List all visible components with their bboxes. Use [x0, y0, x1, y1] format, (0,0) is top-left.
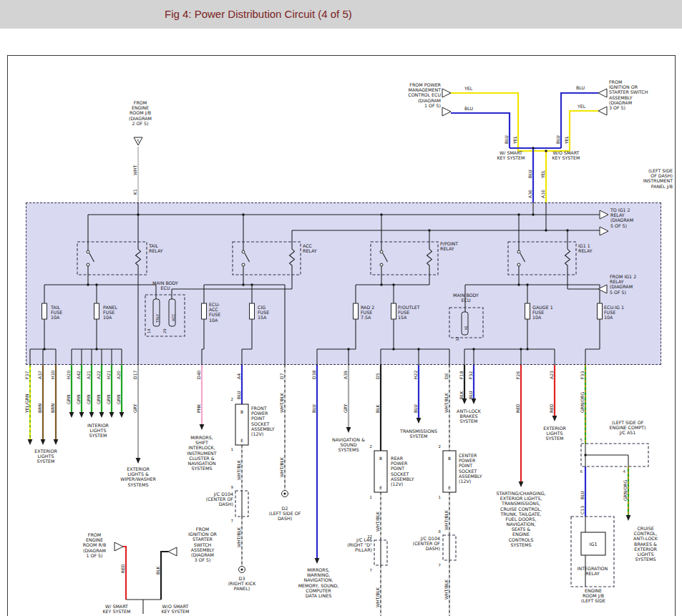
label-rear-power-point: REAR POWER POINT SOCKET ASSEMBLY (12V) — [391, 456, 427, 487]
label-ecu-acc-fuse: ECU- ACC FUSE 10A — [209, 302, 238, 323]
label-from-engine-room-jb: FROM ENGINE ROOM J/B (DIAGRAM 2 OF 5) — [118, 100, 162, 126]
label-yel: YEL — [464, 86, 472, 91]
label-exterior-lights-2: EXTERIOR LIGHTS SYSTEM — [530, 426, 579, 441]
label-gauge1-fuse: GAUGE 1 FUSE 10A — [532, 305, 564, 321]
label-nav-sound: NAVIGATION & SOUND SYSTEMS — [322, 437, 375, 453]
label-d2-ground: D2 (LEFT SIDE OF DASH) — [259, 506, 311, 522]
label-w-smart-key: W/ SMART KEY SYSTEM — [489, 150, 533, 160]
label-engine-room-jb-bottom: ENGINE ROOM J/B (LEFT SIDE — [570, 588, 616, 604]
wiring-diagram-page: Fig 4: Power Distribution Circuit (4 of … — [0, 0, 682, 616]
label-to-ig12-relay: TO IG1 2 RELAY (DIAGRAM 5 OF 5) — [610, 207, 648, 228]
label-poutlet-fuse: P/OUTLET FUSE 15A — [398, 305, 429, 321]
label-w-smart-bottom: W/ SMART KEY SYSTEM — [95, 604, 138, 614]
label-interior-lights: INTERIOR LIGHTS SYSTEM — [72, 423, 124, 439]
label-wo-smart-key: W/O SMART KEY SYSTEM — [543, 150, 589, 160]
label-ext-wiper-washer: EXTERIOR LIGHTS & WIPER/WASHER SYSTEMS — [109, 466, 167, 487]
label-ecu-ig1-fuse: ECU-IG 1 FUSE 10A — [604, 305, 635, 321]
label-main-body-ecu-2: MAIN BODY ECU — [444, 293, 487, 303]
label-yel: YEL — [578, 104, 585, 109]
label-cig-fuse: CIG FUSE 15A — [258, 305, 286, 321]
label-jc-d104-2: J/C D104 (CENTER OF DASH) — [403, 536, 440, 552]
label-front-power-point: FRONT POWER POINT SOCKET ASSEMBLY (12V) — [251, 406, 287, 436]
label-tail-fuse: TAIL FUSE 10A — [51, 305, 79, 321]
label-exterior-lights-1: EXTERIOR LIGHTS SYSTEM — [20, 449, 72, 464]
label-center-power-point: CENTER POWER POINT SOCKET ASSEMBLY (12V) — [459, 453, 495, 484]
label-acc-relay: ACC RELAY — [303, 243, 335, 253]
label-starting-charging: STARTING/CHARGING, EXTERIOR LIGHTS, TRAN… — [488, 491, 554, 547]
label-antilock-brakes: ANTI-LOCK BRAKES SYSTEM — [444, 409, 493, 424]
label-main-body-ecu-1: MAIN BODY ECU — [143, 280, 187, 290]
instrument-panel-jb-block — [26, 202, 661, 365]
label-cruise-control: CRUISE CONTROL, ANTI-LOCK BRAKES & EXTER… — [620, 526, 671, 562]
label-wo-smart-bottom: W/O SMART KEY SYSTEM — [152, 604, 198, 614]
label-ig11-relay: IG1 1 RELAY — [578, 243, 610, 253]
label-ppoint-relay: P/POINT RELAY — [440, 241, 472, 251]
label-transmissions: TRANSMISSIONS SYSTEM — [391, 429, 447, 439]
label-mirrors-warning: MIRRORS, WARNING, NAVIGATION, MEMORY, SO… — [289, 567, 348, 598]
label-instrument-panel-jb: (LEFT SIDE OF DASH) INSTRUMENT PANEL J/B — [614, 168, 673, 189]
label-from-power-mgmt-ecu: FROM POWER MANAGEMENT CONTROL ECU (DIAGR… — [396, 82, 441, 108]
label-d3-ground: D3 (RIGHT KICK PANEL) — [216, 576, 268, 592]
label-jc-a51: (LEFT SIDE OF ENGINE COMPT) J/C A51 — [600, 420, 656, 436]
figure-title: Fig 4: Power Distribution Circuit (4 of … — [165, 8, 352, 20]
label-from-ignition-switch-top: FROM IGNITION OR STARTER SWITCH ASSEMBLY… — [609, 79, 662, 110]
label-jc-d104-1: J/C D104 (CENTER OF DASH) — [200, 492, 233, 507]
label-tail-relay: TAIL RELAY — [149, 243, 181, 253]
label-from-ignition-bottom: FROM IGNITION OR STARTER SWITCH ASSEMBLY… — [180, 527, 225, 562]
label-blu: BLU — [464, 106, 473, 111]
label-integration-relay: INTEGRATION RELAY — [572, 566, 613, 576]
label-blu: BLU — [576, 85, 585, 90]
label-jc-l46: J/C L46 (RIGHT "D" PILLAR) — [335, 537, 372, 553]
label-rad2-fuse: RAD 2 FUSE 7.5A — [361, 305, 389, 321]
label-from-ig12-relay: FROM IG1 2 RELAY (DIAGRAM 5 OF 5) — [610, 274, 653, 295]
label-mirrors-shift: MIRRORS, SHIFT INTERLOCK, INSTRUMENT CLU… — [176, 435, 228, 471]
label-panel-fuse: PANEL FUSE 10A — [103, 305, 132, 321]
label-from-engine-room-rb: FROM ENGINE ROOM R/B (DIAGRAM 1 OF 5) — [74, 532, 115, 558]
